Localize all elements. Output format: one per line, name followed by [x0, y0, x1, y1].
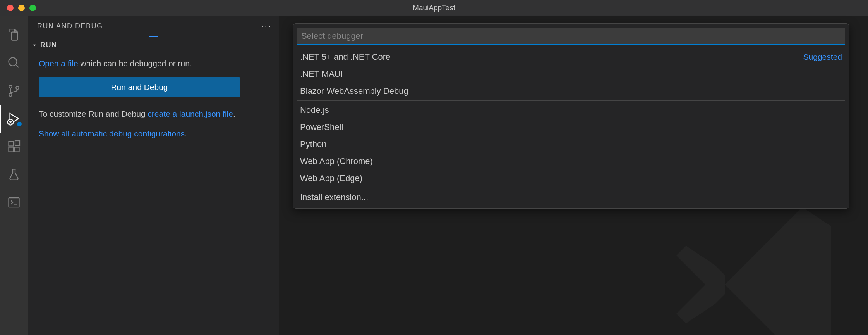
quickpick-item-label: PowerShell — [300, 122, 343, 132]
more-actions-icon[interactable]: ··· — [261, 21, 272, 31]
testing-icon[interactable] — [0, 161, 28, 188]
debugger-quickpick: .NET 5+ and .NET Core Suggested .NET MAU… — [293, 23, 849, 209]
open-file-suffix: which can be debugged or run. — [78, 59, 192, 68]
period2: . — [185, 129, 187, 138]
run-section-header[interactable]: RUN — [28, 37, 279, 53]
svg-point-4 — [16, 86, 19, 90]
quickpick-item-net5-core[interactable]: .NET 5+ and .NET Core Suggested — [293, 48, 849, 66]
quickpick-item-label: Blazor WebAssembly Debug — [300, 86, 408, 96]
open-file-paragraph: Open a file which can be debugged or run… — [39, 58, 264, 69]
sidebar-body: Open a file which can be debugged or run… — [28, 53, 279, 147]
extensions-icon[interactable] — [0, 133, 28, 161]
sidebar-header: RUN AND DEBUG ··· — [28, 16, 279, 34]
quickpick-item-label: .NET 5+ and .NET Core — [300, 52, 390, 62]
quickpick-item-webapp-edge[interactable]: Web App (Edge) — [293, 170, 849, 187]
debugger-select-input[interactable] — [297, 28, 845, 45]
window-controls — [0, 5, 36, 11]
search-icon[interactable] — [0, 49, 28, 77]
quickpick-input-wrap — [293, 24, 849, 48]
open-file-link[interactable]: Open a file — [39, 59, 78, 68]
quickpick-item-label: Web App (Edge) — [300, 173, 362, 183]
show-all-paragraph: Show all automatic debug configurations. — [39, 128, 264, 140]
quickpick-item-label: Python — [300, 139, 327, 149]
svg-rect-10 — [15, 147, 19, 152]
quickpick-list: .NET 5+ and .NET Core Suggested .NET MAU… — [293, 48, 849, 208]
terminal-panel-icon[interactable] — [0, 188, 28, 216]
svg-rect-12 — [9, 198, 19, 207]
chevron-down-icon — [31, 42, 38, 49]
show-all-configs-link[interactable]: Show all automatic debug configurations — [39, 129, 185, 138]
run-and-debug-button[interactable]: Run and Debug — [39, 77, 240, 97]
section-label: RUN — [40, 41, 57, 49]
svg-point-2 — [9, 85, 12, 88]
quickpick-item-label: Install extension... — [300, 192, 368, 202]
quickpick-item-label: .NET MAUI — [300, 69, 343, 79]
titlebar: MauiAppTest — [0, 0, 868, 16]
svg-point-3 — [9, 93, 12, 97]
quickpick-item-label: Node.js — [300, 105, 329, 115]
svg-rect-11 — [15, 141, 20, 145]
debug-badge — [16, 121, 22, 127]
quickpick-item-python[interactable]: Python — [293, 136, 849, 153]
svg-point-0 — [9, 58, 17, 66]
maximize-window-button[interactable] — [29, 5, 36, 11]
sidebar-title: RUN AND DEBUG — [37, 22, 103, 30]
suggested-label: Suggested — [803, 52, 842, 62]
create-launch-json-link[interactable]: create a launch.json file — [148, 109, 233, 118]
svg-rect-9 — [9, 147, 14, 152]
run-debug-icon[interactable] — [0, 105, 28, 133]
quickpick-item-powershell[interactable]: PowerShell — [293, 119, 849, 136]
svg-line-1 — [16, 65, 19, 68]
minimize-window-button[interactable] — [18, 5, 25, 11]
customize-paragraph: To customize Run and Debug create a laun… — [39, 108, 264, 120]
sidebar-panel: RUN AND DEBUG ··· RUN Open a file which … — [28, 16, 279, 335]
quickpick-separator — [297, 188, 845, 188]
quickpick-item-net-maui[interactable]: .NET MAUI — [293, 66, 849, 83]
explorer-icon[interactable] — [0, 21, 28, 49]
quickpick-item-blazor[interactable]: Blazor WebAssembly Debug — [293, 83, 849, 100]
customize-prefix: To customize Run and Debug — [39, 109, 148, 118]
close-window-button[interactable] — [7, 5, 14, 11]
quickpick-item-nodejs[interactable]: Node.js — [293, 102, 849, 119]
quickpick-item-install-extension[interactable]: Install extension... — [293, 189, 849, 206]
quickpick-item-webapp-chrome[interactable]: Web App (Chrome) — [293, 153, 849, 170]
svg-rect-8 — [9, 142, 14, 146]
quickpick-separator — [297, 100, 845, 101]
source-control-icon[interactable] — [0, 77, 28, 105]
activity-bar — [0, 16, 28, 335]
window-title: MauiAppTest — [413, 3, 455, 12]
quickpick-item-label: Web App (Chrome) — [300, 156, 373, 166]
period: . — [233, 109, 235, 118]
vscode-watermark-icon — [667, 188, 860, 335]
